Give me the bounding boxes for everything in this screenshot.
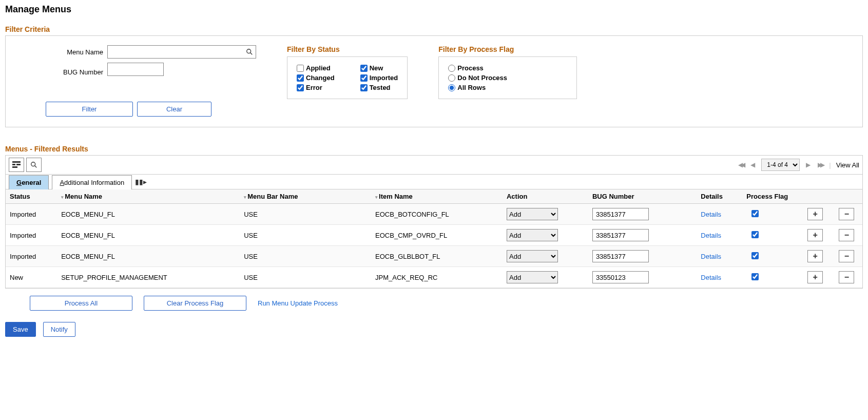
cell-menu-name: EOCB_MENU_FL bbox=[57, 204, 240, 225]
col-process-flag[interactable]: Process Flag bbox=[742, 189, 799, 204]
col-menu-name[interactable]: Menu Name bbox=[57, 189, 240, 204]
bug-number-input[interactable] bbox=[107, 63, 164, 76]
save-button[interactable]: Save bbox=[5, 322, 36, 337]
status-new-label: New bbox=[370, 64, 383, 72]
col-item-name[interactable]: Item Name bbox=[371, 189, 503, 204]
col-details[interactable]: Details bbox=[697, 189, 742, 204]
all-rows-radio[interactable] bbox=[448, 84, 455, 91]
last-page-icon[interactable]: ▶▶ bbox=[817, 161, 824, 168]
cell-status: Imported bbox=[6, 246, 57, 267]
status-new[interactable]: New bbox=[360, 64, 398, 72]
bug-number-cell-input[interactable] bbox=[592, 208, 649, 220]
status-changed-checkbox[interactable] bbox=[297, 74, 304, 82]
cell-menu-bar-name: USE bbox=[240, 267, 371, 288]
svg-line-1 bbox=[250, 53, 253, 55]
page-range-select[interactable]: 1-4 of 4 bbox=[761, 159, 800, 171]
add-row-button[interactable]: + bbox=[807, 250, 823, 262]
run-menu-update-process-link[interactable]: Run Menu Update Process bbox=[258, 299, 338, 307]
process-flag-all[interactable]: All Rows bbox=[448, 84, 567, 91]
cell-item-name: EOCB_BOTCONFIG_FL bbox=[371, 204, 503, 225]
find-icon[interactable] bbox=[26, 158, 42, 172]
results-section-title: Menus - Filtered Results bbox=[5, 145, 863, 153]
action-select[interactable]: Add bbox=[507, 250, 558, 262]
table-row: NewSETUP_PROFILE_MANAGEMENTUSEJPM_ACK_RE… bbox=[6, 267, 862, 288]
clear-button[interactable]: Clear bbox=[137, 102, 211, 117]
filter-criteria-box: Menu Name BUG Number Filter Clear bbox=[5, 35, 863, 127]
personalize-icon[interactable] bbox=[9, 158, 24, 172]
notify-button[interactable]: Notify bbox=[43, 322, 75, 337]
table-row: ImportedEOCB_MENU_FLUSEEOCB_BOTCONFIG_FL… bbox=[6, 204, 862, 225]
process-flag-donot[interactable]: Do Not Process bbox=[448, 74, 567, 82]
status-changed[interactable]: Changed bbox=[297, 74, 335, 82]
col-menu-bar-name[interactable]: Menu Bar Name bbox=[240, 189, 371, 204]
cell-status: Imported bbox=[6, 204, 57, 225]
status-imported[interactable]: Imported bbox=[360, 74, 398, 82]
tab-general[interactable]: GGeneraleneral bbox=[9, 175, 49, 189]
status-applied-checkbox[interactable] bbox=[297, 65, 304, 72]
delete-row-button[interactable]: − bbox=[839, 208, 854, 220]
tab-additional-information[interactable]: Additional InformationAdditional Informa… bbox=[52, 175, 132, 189]
filter-by-status-title: Filter By Status bbox=[287, 45, 408, 53]
next-page-icon[interactable]: ▶ bbox=[805, 161, 812, 168]
bug-number-cell-input[interactable] bbox=[592, 271, 649, 283]
status-applied[interactable]: Applied bbox=[297, 64, 335, 72]
results-table: Status Menu Name Menu Bar Name Item Name… bbox=[6, 189, 862, 288]
delete-row-button[interactable]: − bbox=[839, 250, 854, 262]
status-tested-checkbox[interactable] bbox=[360, 84, 368, 91]
col-delete bbox=[831, 189, 862, 204]
process-all-button[interactable]: Process All bbox=[30, 296, 132, 311]
grid-toolbar: ◀◀ ◀ 1-4 of 4 ▶ ▶▶ | View All bbox=[6, 156, 862, 175]
grid-tabs: GGeneraleneral Additional InformationAdd… bbox=[6, 175, 862, 189]
status-tested[interactable]: Tested bbox=[360, 84, 398, 91]
delete-row-button[interactable]: − bbox=[839, 229, 854, 241]
action-select[interactable]: Add bbox=[507, 208, 558, 220]
search-icon[interactable] bbox=[246, 48, 253, 55]
status-error-checkbox[interactable] bbox=[297, 84, 304, 91]
status-error[interactable]: Error bbox=[297, 84, 335, 91]
menu-name-input[interactable] bbox=[107, 45, 256, 59]
bug-number-cell-input[interactable] bbox=[592, 250, 649, 262]
menu-name-label: Menu Name bbox=[16, 48, 103, 56]
cell-status: New bbox=[6, 267, 57, 288]
clear-process-flag-button[interactable]: Clear Process Flag bbox=[144, 296, 246, 311]
details-link[interactable]: Details bbox=[701, 253, 721, 260]
show-all-columns-icon[interactable]: ▮▮▸ bbox=[135, 178, 147, 186]
cell-menu-bar-name: USE bbox=[240, 246, 371, 267]
details-link[interactable]: Details bbox=[701, 232, 721, 239]
process-flag-checkbox[interactable] bbox=[751, 252, 759, 259]
process-flag-process[interactable]: Process bbox=[448, 64, 567, 72]
cell-item-name: EOCB_GLBLBOT_FL bbox=[371, 246, 503, 267]
cell-menu-bar-name: USE bbox=[240, 204, 371, 225]
add-row-button[interactable]: + bbox=[807, 229, 823, 241]
process-flag-checkbox[interactable] bbox=[751, 210, 759, 217]
add-row-button[interactable]: + bbox=[807, 208, 823, 220]
details-link[interactable]: Details bbox=[701, 211, 721, 218]
cell-menu-name: EOCB_MENU_FL bbox=[57, 246, 240, 267]
bug-number-label: BUG Number bbox=[16, 68, 103, 76]
status-new-checkbox[interactable] bbox=[360, 65, 368, 72]
delete-row-button[interactable]: − bbox=[839, 271, 854, 283]
col-action[interactable]: Action bbox=[503, 189, 588, 204]
bug-number-cell-input[interactable] bbox=[592, 229, 649, 241]
status-imported-checkbox[interactable] bbox=[360, 74, 368, 82]
status-imported-label: Imported bbox=[370, 74, 398, 82]
svg-rect-3 bbox=[12, 164, 15, 165]
filter-button[interactable]: Filter bbox=[46, 102, 133, 117]
page-title: Manage Menus bbox=[5, 4, 863, 15]
all-rows-label: All Rows bbox=[457, 84, 486, 91]
action-select[interactable]: Add bbox=[507, 271, 558, 283]
details-link[interactable]: Details bbox=[701, 274, 721, 281]
action-select[interactable]: Add bbox=[507, 229, 558, 241]
prev-page-icon[interactable]: ◀ bbox=[749, 161, 756, 168]
col-bug-number[interactable]: BUG Number bbox=[588, 189, 697, 204]
svg-line-7 bbox=[35, 166, 37, 168]
status-changed-label: Changed bbox=[306, 74, 335, 82]
view-all-link[interactable]: View All bbox=[836, 161, 859, 169]
donot-process-radio[interactable] bbox=[448, 74, 455, 82]
process-flag-checkbox[interactable] bbox=[751, 273, 759, 280]
process-radio[interactable] bbox=[448, 65, 455, 72]
first-page-icon[interactable]: ◀◀ bbox=[737, 161, 744, 168]
process-flag-checkbox[interactable] bbox=[751, 231, 759, 238]
add-row-button[interactable]: + bbox=[807, 271, 823, 283]
col-status[interactable]: Status bbox=[6, 189, 57, 204]
